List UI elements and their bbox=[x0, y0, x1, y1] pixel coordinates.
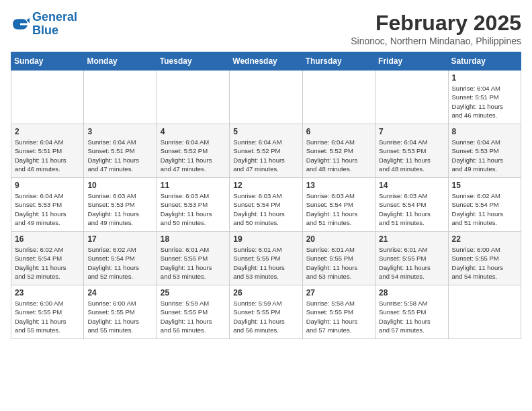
calendar-cell: 28Sunrise: 5:58 AM Sunset: 5:55 PM Dayli… bbox=[375, 285, 448, 339]
day-number: 28 bbox=[379, 288, 444, 298]
calendar-cell: 21Sunrise: 6:01 AM Sunset: 5:55 PM Dayli… bbox=[375, 232, 448, 285]
calendar-cell: 17Sunrise: 6:02 AM Sunset: 5:54 PM Dayli… bbox=[84, 232, 157, 285]
day-number: 26 bbox=[233, 288, 298, 298]
day-number: 6 bbox=[306, 127, 371, 136]
calendar-cell bbox=[11, 71, 84, 124]
day-number: 27 bbox=[306, 288, 371, 298]
day-number: 22 bbox=[452, 234, 517, 244]
calendar-header-row: SundayMondayTuesdayWednesdayThursdayFrid… bbox=[11, 52, 521, 71]
calendar-week-row: 1Sunrise: 6:04 AM Sunset: 5:51 PM Daylig… bbox=[11, 71, 521, 124]
day-info: Sunrise: 6:00 AM Sunset: 5:55 PM Dayligh… bbox=[452, 245, 517, 281]
calendar-week-row: 16Sunrise: 6:02 AM Sunset: 5:54 PM Dayli… bbox=[11, 232, 521, 285]
day-info: Sunrise: 6:04 AM Sunset: 5:52 PM Dayligh… bbox=[306, 138, 371, 173]
calendar-subtitle: Sinonoc, Northern Mindanao, Philippines bbox=[351, 36, 521, 46]
day-info: Sunrise: 6:03 AM Sunset: 5:54 PM Dayligh… bbox=[233, 191, 298, 227]
calendar-cell: 19Sunrise: 6:01 AM Sunset: 5:55 PM Dayli… bbox=[230, 232, 302, 285]
day-info: Sunrise: 5:58 AM Sunset: 5:55 PM Dayligh… bbox=[306, 299, 371, 334]
calendar-cell bbox=[448, 285, 521, 339]
day-number: 20 bbox=[306, 234, 371, 244]
column-header-thursday: Thursday bbox=[302, 52, 375, 71]
calendar-cell: 5Sunrise: 6:04 AM Sunset: 5:52 PM Daylig… bbox=[230, 124, 302, 178]
calendar-cell bbox=[157, 71, 229, 124]
day-info: Sunrise: 6:04 AM Sunset: 5:52 PM Dayligh… bbox=[233, 138, 298, 173]
title-block: February 2025 Sinonoc, Northern Mindanao… bbox=[351, 11, 521, 46]
day-info: Sunrise: 6:03 AM Sunset: 5:54 PM Dayligh… bbox=[379, 191, 444, 227]
day-number: 13 bbox=[306, 181, 371, 190]
day-number: 23 bbox=[15, 288, 80, 298]
day-number: 12 bbox=[233, 181, 298, 190]
day-number: 15 bbox=[452, 181, 517, 190]
day-info: Sunrise: 6:04 AM Sunset: 5:53 PM Dayligh… bbox=[452, 138, 517, 173]
calendar-title: February 2025 bbox=[351, 11, 521, 36]
day-info: Sunrise: 6:02 AM Sunset: 5:54 PM Dayligh… bbox=[15, 245, 80, 281]
calendar-cell: 9Sunrise: 6:04 AM Sunset: 5:53 PM Daylig… bbox=[11, 178, 84, 232]
day-info: Sunrise: 6:01 AM Sunset: 5:55 PM Dayligh… bbox=[306, 245, 371, 281]
calendar-week-row: 23Sunrise: 6:00 AM Sunset: 5:55 PM Dayli… bbox=[11, 285, 521, 339]
calendar-cell: 1Sunrise: 6:04 AM Sunset: 5:51 PM Daylig… bbox=[448, 71, 521, 124]
day-number: 24 bbox=[87, 288, 152, 298]
calendar-cell: 22Sunrise: 6:00 AM Sunset: 5:55 PM Dayli… bbox=[448, 232, 521, 285]
day-info: Sunrise: 5:58 AM Sunset: 5:55 PM Dayligh… bbox=[379, 299, 444, 334]
day-number: 17 bbox=[87, 234, 152, 244]
calendar-week-row: 9Sunrise: 6:04 AM Sunset: 5:53 PM Daylig… bbox=[11, 178, 521, 232]
logo-line1: General bbox=[32, 11, 77, 24]
day-info: Sunrise: 6:04 AM Sunset: 5:53 PM Dayligh… bbox=[379, 138, 444, 173]
day-number: 10 bbox=[87, 181, 152, 190]
column-header-monday: Monday bbox=[84, 52, 157, 71]
calendar-cell: 6Sunrise: 6:04 AM Sunset: 5:52 PM Daylig… bbox=[302, 124, 375, 178]
column-header-tuesday: Tuesday bbox=[157, 52, 229, 71]
day-info: Sunrise: 6:03 AM Sunset: 5:54 PM Dayligh… bbox=[306, 191, 371, 227]
calendar-cell: 25Sunrise: 5:59 AM Sunset: 5:55 PM Dayli… bbox=[157, 285, 229, 339]
day-info: Sunrise: 6:04 AM Sunset: 5:51 PM Dayligh… bbox=[15, 138, 80, 173]
day-number: 7 bbox=[379, 127, 444, 136]
calendar-cell: 4Sunrise: 6:04 AM Sunset: 5:52 PM Daylig… bbox=[157, 124, 229, 178]
day-number: 21 bbox=[379, 234, 444, 244]
calendar-cell: 13Sunrise: 6:03 AM Sunset: 5:54 PM Dayli… bbox=[302, 178, 375, 232]
day-number: 11 bbox=[161, 181, 226, 190]
calendar-cell: 15Sunrise: 6:02 AM Sunset: 5:54 PM Dayli… bbox=[448, 178, 521, 232]
day-info: Sunrise: 6:00 AM Sunset: 5:55 PM Dayligh… bbox=[15, 299, 80, 334]
day-info: Sunrise: 6:04 AM Sunset: 5:52 PM Dayligh… bbox=[161, 138, 226, 173]
day-info: Sunrise: 5:59 AM Sunset: 5:55 PM Dayligh… bbox=[161, 299, 226, 334]
calendar-cell: 11Sunrise: 6:03 AM Sunset: 5:53 PM Dayli… bbox=[157, 178, 229, 232]
day-info: Sunrise: 6:03 AM Sunset: 5:53 PM Dayligh… bbox=[161, 191, 226, 227]
calendar-cell: 7Sunrise: 6:04 AM Sunset: 5:53 PM Daylig… bbox=[375, 124, 448, 178]
day-info: Sunrise: 5:59 AM Sunset: 5:55 PM Dayligh… bbox=[233, 299, 298, 334]
day-info: Sunrise: 6:03 AM Sunset: 5:53 PM Dayligh… bbox=[87, 191, 152, 227]
day-number: 18 bbox=[161, 234, 226, 244]
calendar-cell: 20Sunrise: 6:01 AM Sunset: 5:55 PM Dayli… bbox=[302, 232, 375, 285]
day-number: 2 bbox=[15, 127, 80, 136]
calendar-cell: 18Sunrise: 6:01 AM Sunset: 5:55 PM Dayli… bbox=[157, 232, 229, 285]
calendar-cell: 26Sunrise: 5:59 AM Sunset: 5:55 PM Dayli… bbox=[230, 285, 302, 339]
calendar-cell: 16Sunrise: 6:02 AM Sunset: 5:54 PM Dayli… bbox=[11, 232, 84, 285]
logo-icon bbox=[11, 15, 30, 34]
calendar-cell: 24Sunrise: 6:00 AM Sunset: 5:55 PM Dayli… bbox=[84, 285, 157, 339]
day-number: 1 bbox=[452, 73, 517, 83]
calendar-cell bbox=[84, 71, 157, 124]
calendar-cell: 12Sunrise: 6:03 AM Sunset: 5:54 PM Dayli… bbox=[230, 178, 302, 232]
day-info: Sunrise: 6:04 AM Sunset: 5:51 PM Dayligh… bbox=[87, 138, 152, 173]
day-number: 19 bbox=[233, 234, 298, 244]
day-number: 25 bbox=[161, 288, 226, 298]
column-header-friday: Friday bbox=[375, 52, 448, 71]
calendar-cell bbox=[302, 71, 375, 124]
calendar-cell bbox=[375, 71, 448, 124]
day-number: 5 bbox=[233, 127, 298, 136]
day-info: Sunrise: 6:04 AM Sunset: 5:51 PM Dayligh… bbox=[452, 84, 517, 120]
day-number: 14 bbox=[379, 181, 444, 190]
day-info: Sunrise: 6:00 AM Sunset: 5:55 PM Dayligh… bbox=[87, 299, 152, 334]
calendar-cell: 3Sunrise: 6:04 AM Sunset: 5:51 PM Daylig… bbox=[84, 124, 157, 178]
calendar-cell: 8Sunrise: 6:04 AM Sunset: 5:53 PM Daylig… bbox=[448, 124, 521, 178]
day-info: Sunrise: 6:01 AM Sunset: 5:55 PM Dayligh… bbox=[379, 245, 444, 281]
day-number: 3 bbox=[87, 127, 152, 136]
logo-text-block: General Blue bbox=[32, 11, 77, 38]
calendar-cell: 2Sunrise: 6:04 AM Sunset: 5:51 PM Daylig… bbox=[11, 124, 84, 178]
day-info: Sunrise: 6:01 AM Sunset: 5:55 PM Dayligh… bbox=[233, 245, 298, 281]
calendar-cell: 14Sunrise: 6:03 AM Sunset: 5:54 PM Dayli… bbox=[375, 178, 448, 232]
day-info: Sunrise: 6:04 AM Sunset: 5:53 PM Dayligh… bbox=[15, 191, 80, 227]
calendar-cell bbox=[230, 71, 302, 124]
logo-line2: Blue bbox=[32, 24, 77, 38]
day-number: 16 bbox=[15, 234, 80, 244]
day-info: Sunrise: 6:02 AM Sunset: 5:54 PM Dayligh… bbox=[87, 245, 152, 281]
calendar-cell: 23Sunrise: 6:00 AM Sunset: 5:55 PM Dayli… bbox=[11, 285, 84, 339]
